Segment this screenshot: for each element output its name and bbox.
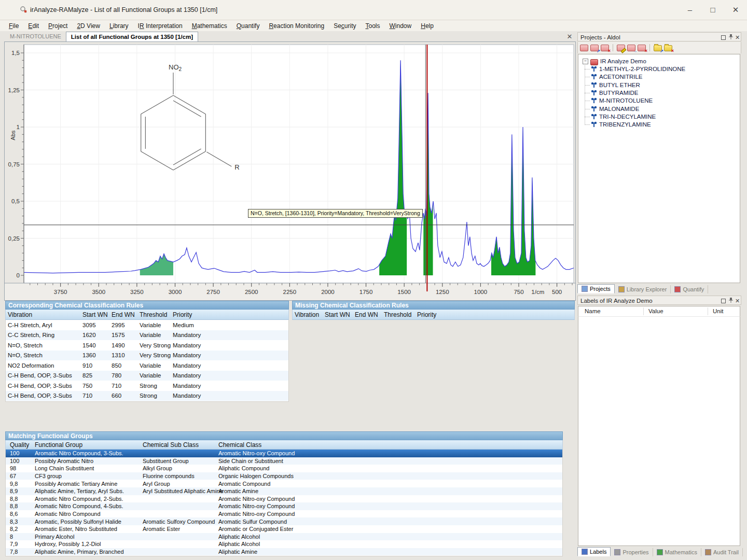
edit-spectrum-icon[interactable] [617,45,625,51]
menu-project[interactable]: Project [44,21,72,31]
labels-panel-tabs-properties[interactable]: Properties [611,548,653,556]
x-tick-label: 1750 [359,289,373,295]
table-row[interactable]: 8,8Aromatic Nitro Compound, 2-Subs.Aroma… [6,495,562,503]
table-row[interactable]: 9,8Possibly Aromatic Tertiary AmineAryl … [6,480,562,487]
column-header-value[interactable]: Value [648,308,663,314]
document-tab-strip: M-NITROTOLUENEList of all Functional Gro… [5,32,198,42]
pin-icon[interactable] [728,297,734,304]
menu-quantify[interactable]: Quantify [232,21,265,31]
table-row[interactable]: NO2 Deformation910850VariableMandatory [6,360,288,371]
projects-panel-tabs-library-explorer[interactable]: Library Explorer [615,285,671,293]
column-header-vibration[interactable]: Vibration [295,311,319,318]
menu-reaction-monitoring[interactable]: Reaction Monitoring [264,21,329,31]
labels-panel-tabs-audit-trail[interactable]: Audit Trail [701,548,743,556]
table-row[interactable]: N=O, Stretch15401490Very StrongMandatory [6,340,288,351]
column-header-name[interactable]: Name [585,308,601,314]
labels-panel-tabs-mathematics[interactable]: Mathematics [653,548,701,556]
close-icon[interactable]: ✕ [727,4,744,16]
open-project-icon[interactable]: ↗ [590,45,599,51]
table-row[interactable]: C-H Bend, OOP, 3-Subs710660StrongMandato… [6,391,288,401]
tree-expander-icon[interactable]: − [583,59,588,64]
new-project-icon[interactable] [580,45,588,51]
y-tick-label: 0 [17,272,20,278]
labels-tab-icon [582,549,588,555]
restore-icon[interactable] [721,35,726,40]
x-tick-label: 2250 [283,289,297,295]
projects-tree: −IR Analyze Demo1-METHYL-2-PYRROLIDINONE… [578,54,740,283]
document-tab-0[interactable]: M-NITROTOLUENE [5,32,66,41]
corresponding-rules-table-column-header: VibrationStart WNEnd WNThresholdPriority [5,310,289,320]
y-tick-label: 0,25 [8,235,20,242]
column-header-quality[interactable]: Quality [10,441,29,449]
table-row[interactable]: 7,9Hydroxy, Possibly 1,2-DiolAliphatic A… [6,540,562,548]
column-header-threshold[interactable]: Threshold [140,311,167,318]
matching-functional-groups-table-header: Matching Functional Groups [5,431,563,440]
delete-folder-icon[interactable]: × [664,45,672,51]
table-row[interactable]: C-H Bend, OOP, 3-Subs750710StrongMandato… [6,381,288,391]
matching-functional-groups-table-body: 100Aromatic Nitro Compound, 3-Subs.Aroma… [5,450,563,556]
menu-library[interactable]: Library [105,21,133,31]
table-row[interactable]: 8,9Aliphatic Amine, Tertiary, Aryl Subs.… [6,487,562,495]
close-icon[interactable]: ✕ [735,298,740,304]
pin-icon[interactable] [728,34,734,41]
column-header-end-wn[interactable]: End WN [112,311,135,318]
table-row[interactable]: 8,2Aromatic Ester, Nitro SubstitutedArom… [6,525,562,533]
table-row[interactable]: 8,8Aromatic Nitro Compound, 4-Subs.Aroma… [6,502,562,510]
table-row[interactable]: N=O, Stretch13601310Very StrongMandatory [6,351,288,361]
column-header-functional-group[interactable]: Functional Group [35,441,82,449]
table-row[interactable]: C-H Stretch, Aryl30952995VariableMedium [6,320,288,330]
column-header-priority[interactable]: Priority [417,311,436,318]
maximize-icon[interactable]: □ [704,4,721,16]
projects-panel-tabs-quantify[interactable]: Quantify [671,285,708,293]
table-row[interactable]: 67CF3 groupFluorine compoundsOrganic Hal… [6,472,562,480]
menu-ir-interpretation[interactable]: IR Interpretation [133,21,187,31]
projects-panel-tabs-projects[interactable]: Projects [577,284,615,293]
new-folder-icon[interactable]: ↗ [654,45,662,51]
labels-panel-tabs-labels[interactable]: Labels [577,547,611,556]
table-row[interactable]: 100Possibly Aromatic NitroSubstituent Gr… [6,457,562,465]
menu-file[interactable]: File [4,21,23,31]
copy-spectrum-icon[interactable]: → [627,45,635,51]
delete-spectrum-icon[interactable]: × [638,45,646,51]
menu-security[interactable]: Security [329,21,361,31]
column-header-priority[interactable]: Priority [173,311,192,318]
table-row[interactable]: 8Primary AlcoholAliphatic Alcohol [6,533,562,541]
spectrum-plot[interactable]: 00,250,50,7511,251,5Abs37503500325030002… [5,42,575,300]
table-row[interactable]: C-C Stretch, Ring16201575VariableMandato… [6,330,288,341]
table-row[interactable]: 8,6Aromatic Nitro CompoundAromatic Nitro… [6,510,562,518]
close-icon[interactable]: ✕ [735,34,740,40]
close-document-icon[interactable]: ✕ [565,33,574,40]
menu-edit[interactable]: Edit [23,21,44,31]
restore-icon[interactable] [721,299,726,303]
column-header-end-wn[interactable]: End WN [355,311,378,318]
table-row[interactable]: 98Long Chain SubstituentAlkyl GroupAliph… [6,465,562,472]
menu-help[interactable]: Help [416,21,438,31]
spectrum-icon [591,121,597,130]
menu-window[interactable]: Window [385,21,417,31]
minimize-icon[interactable]: – [682,4,698,16]
menu-2d-view[interactable]: 2D View [72,21,104,31]
projects-panel-tabs: ProjectsLibrary ExplorerQuantify [577,284,708,293]
table-row[interactable]: 7,8Aliphatic Amine, Primary, BranchedAli… [6,548,562,556]
column-header-chemical-sub-class[interactable]: Chemical Sub Class [143,441,199,449]
table-row[interactable]: 100Aromatic Nitro Compound, 3-Subs.Aroma… [6,450,562,457]
menu-tools[interactable]: Tools [361,21,385,31]
app-icon [20,6,28,14]
table-row[interactable]: 8,3Aromatic, Possibly Sulfonyl HalideAro… [6,517,562,525]
spectrum-chart[interactable]: 00,250,50,7511,251,5Abs37503500325030002… [4,41,576,301]
corresponding-rules-table-body: C-H Stretch, Aryl30952995VariableMediumC… [5,320,289,402]
y-tick-label: 1,25 [8,87,20,93]
tree-item-label: ACETONITRILE [599,73,643,81]
delete-project-icon[interactable]: × [601,45,609,51]
y-tick-label: 0,75 [8,161,20,167]
column-header-vibration[interactable]: Vibration [8,311,32,318]
column-header-unit[interactable]: Unit [713,308,723,314]
column-header-threshold[interactable]: Threshold [384,311,411,318]
x-tick-label: 2750 [206,289,220,295]
column-header-chemical-class[interactable]: Chemical Class [218,441,261,449]
column-header-start-wn[interactable]: Start WN [82,311,108,318]
tree-item-label: 1-METHYL-2-PYRROLIDINONE [599,65,685,73]
column-header-start-wn[interactable]: Start WN [325,311,350,318]
table-row[interactable]: C-H Bend, OOP, 3-Subs825780VariableManda… [6,371,288,381]
menu-mathematics[interactable]: Mathematics [187,21,232,31]
